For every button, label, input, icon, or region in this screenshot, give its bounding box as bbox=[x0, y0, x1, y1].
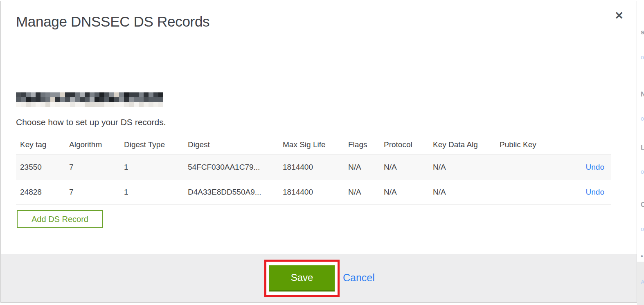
undo-link[interactable]: Undo bbox=[586, 163, 604, 171]
table-row: 23550 7 1 54FCF030AA1C79... 1814400 N/A … bbox=[16, 155, 611, 180]
cell-protocol: N/A bbox=[380, 155, 429, 180]
background-text-fragment: • bbox=[641, 253, 643, 260]
manage-dnssec-modal: ✕ Manage DNSSEC DS Records Choose how to… bbox=[0, 1, 637, 303]
modal-footer: Save Cancel bbox=[1, 254, 637, 302]
redacted-domain-name bbox=[16, 92, 163, 107]
background-text-fragment: s bbox=[641, 29, 644, 36]
col-header-key-tag: Key tag bbox=[16, 135, 65, 155]
cell-actions: Undo bbox=[557, 155, 611, 180]
background-page-edge: soNoLoCo•A bbox=[637, 0, 644, 305]
red-highlight-annotation: Save bbox=[264, 260, 340, 297]
cell-algorithm: 7 bbox=[65, 155, 120, 180]
col-header-protocol: Protocol bbox=[380, 135, 429, 155]
table-row: 24828 7 1 D4A33E8DD550A9... 1814400 N/A … bbox=[16, 180, 611, 204]
col-header-actions bbox=[557, 135, 611, 155]
cell-public-key bbox=[495, 180, 557, 204]
cell-flags: N/A bbox=[344, 155, 380, 180]
cell-key-data-alg: N/A bbox=[429, 180, 495, 204]
background-text-fragment: L bbox=[641, 144, 644, 151]
close-icon[interactable]: ✕ bbox=[615, 10, 624, 21]
add-ds-record-button[interactable]: Add DS Record bbox=[17, 210, 103, 228]
background-text-fragment: o bbox=[641, 226, 644, 232]
cell-digest: 54FCF030AA1C79... bbox=[184, 155, 279, 180]
cell-digest-type: 1 bbox=[120, 180, 184, 204]
cell-flags: N/A bbox=[344, 180, 380, 204]
cell-algorithm: 7 bbox=[65, 180, 120, 204]
col-header-max-sig-life: Max Sig Life bbox=[279, 135, 344, 155]
col-header-flags: Flags bbox=[344, 135, 380, 155]
background-text-fragment: o bbox=[641, 168, 644, 175]
screenshot-stage: soNoLoCo•A ✕ Manage DNSSEC DS Records Ch… bbox=[0, 0, 644, 305]
cell-digest: D4A33E8DD550A9... bbox=[184, 180, 279, 204]
cancel-link[interactable]: Cancel bbox=[343, 254, 375, 302]
modal-title: Manage DNSSEC DS Records bbox=[16, 13, 209, 30]
background-text-fragment: N bbox=[641, 91, 644, 98]
cell-actions: Undo bbox=[557, 180, 611, 204]
background-text-fragment: C bbox=[641, 201, 644, 209]
background-text-fragment: A bbox=[641, 279, 644, 285]
save-button[interactable]: Save bbox=[269, 265, 335, 292]
background-text-fragment: o bbox=[641, 115, 644, 122]
cell-public-key bbox=[495, 155, 557, 180]
table-header-row: Key tag Algorithm Digest Type Digest Max… bbox=[16, 135, 611, 155]
col-header-digest: Digest bbox=[184, 135, 279, 155]
modal-subtitle: Choose how to set up your DS records. bbox=[16, 117, 166, 127]
background-text-fragment: o bbox=[641, 54, 644, 61]
cell-key-tag: 23550 bbox=[16, 155, 65, 180]
undo-link[interactable]: Undo bbox=[586, 188, 604, 196]
cell-max-sig-life: 1814400 bbox=[279, 155, 344, 180]
col-header-algorithm: Algorithm bbox=[65, 135, 120, 155]
cell-key-tag: 24828 bbox=[16, 180, 65, 204]
cell-protocol: N/A bbox=[380, 180, 429, 204]
cell-max-sig-life: 1814400 bbox=[279, 180, 344, 204]
cell-digest-type: 1 bbox=[120, 155, 184, 180]
cell-key-data-alg: N/A bbox=[429, 155, 495, 180]
ds-records-table: Key tag Algorithm Digest Type Digest Max… bbox=[16, 135, 611, 204]
col-header-digest-type: Digest Type bbox=[120, 135, 184, 155]
col-header-key-data-alg: Key Data Alg bbox=[429, 135, 495, 155]
col-header-public-key: Public Key bbox=[495, 135, 557, 155]
